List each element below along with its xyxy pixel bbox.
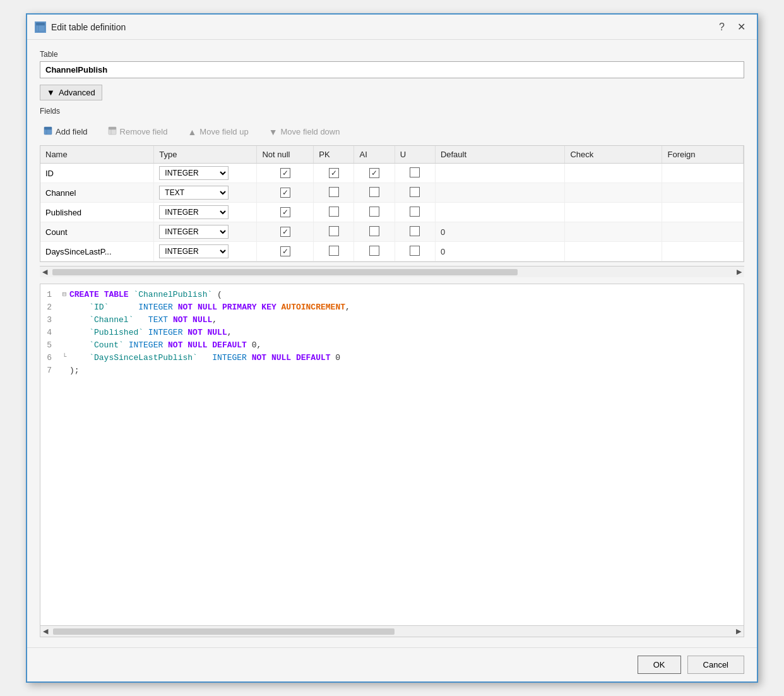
checkbox[interactable] <box>369 246 379 256</box>
field-notnull-cell[interactable] <box>257 164 314 183</box>
field-ai-cell[interactable] <box>354 164 395 183</box>
scroll-left-icon[interactable]: ◀ <box>40 268 50 276</box>
field-ai-cell[interactable] <box>354 242 395 261</box>
dialog-content: Table ▼ Advanced Fields <box>27 40 757 647</box>
checkbox[interactable] <box>329 207 339 217</box>
svg-rect-1 <box>36 23 45 25</box>
field-type-cell[interactable]: INTEGERTEXTREALBLOBNUMERIC <box>154 203 257 222</box>
field-pk-cell[interactable] <box>314 183 354 203</box>
scroll-right-icon[interactable]: ▶ <box>734 268 744 276</box>
checkbox[interactable] <box>410 207 420 217</box>
code-scroll-left-icon[interactable]: ◀ <box>40 627 50 635</box>
field-pk-cell[interactable] <box>314 222 354 242</box>
table-name-input[interactable] <box>40 61 744 78</box>
table-row[interactable]: PublishedINTEGERTEXTREALBLOBNUMERIC <box>40 203 744 222</box>
fold-icon[interactable]: └ <box>59 353 69 361</box>
type-select[interactable]: INTEGERTEXTREALBLOBNUMERIC <box>159 166 229 180</box>
code-line: 5 `Count` INTEGER NOT NULL DEFAULT 0, <box>40 340 744 352</box>
move-field-down-button[interactable]: ▼ Move field down <box>265 125 344 139</box>
help-button[interactable]: ? <box>715 20 728 34</box>
field-type-cell[interactable]: INTEGERTEXTREALBLOBNUMERIC <box>154 183 257 203</box>
table-section: Table <box>40 50 744 78</box>
line-number: 5 <box>40 340 59 350</box>
type-select[interactable]: INTEGERTEXTREALBLOBNUMERIC <box>159 186 229 200</box>
table-row[interactable]: IDINTEGERTEXTREALBLOBNUMERIC <box>40 164 744 183</box>
col-u: U <box>395 146 435 164</box>
type-select[interactable]: INTEGERTEXTREALBLOBNUMERIC <box>159 244 229 258</box>
field-pk-cell[interactable] <box>314 203 354 222</box>
field-name-cell: Channel <box>40 183 154 203</box>
type-select[interactable]: INTEGERTEXTREALBLOBNUMERIC <box>159 225 229 239</box>
checkbox[interactable] <box>280 246 290 256</box>
field-foreign-cell <box>662 222 744 242</box>
checkbox[interactable] <box>280 168 290 178</box>
checkbox[interactable] <box>280 227 290 237</box>
field-u-cell[interactable] <box>395 164 435 183</box>
field-notnull-cell[interactable] <box>257 242 314 261</box>
checkbox[interactable] <box>329 246 339 256</box>
checkbox[interactable] <box>369 226 379 236</box>
checkbox[interactable] <box>280 207 290 217</box>
field-u-cell[interactable] <box>395 203 435 222</box>
field-ai-cell[interactable] <box>354 222 395 242</box>
col-type: Type <box>154 146 257 164</box>
field-pk-cell[interactable] <box>314 242 354 261</box>
move-field-up-button[interactable]: ▲ Move field up <box>184 125 252 139</box>
checkbox[interactable] <box>369 207 379 217</box>
col-default: Default <box>435 146 564 164</box>
remove-field-button[interactable]: Remove field <box>104 124 172 139</box>
type-select[interactable]: INTEGERTEXTREALBLOBNUMERIC <box>159 205 229 219</box>
checkbox[interactable] <box>410 187 420 197</box>
checkbox[interactable] <box>369 187 379 197</box>
field-notnull-cell[interactable] <box>257 222 314 242</box>
col-foreign: Foreign <box>662 146 744 164</box>
checkbox[interactable] <box>410 226 420 236</box>
fields-toolbar: Add field Remove field ▲ M <box>40 122 744 141</box>
checkbox[interactable] <box>329 226 339 236</box>
table-row[interactable]: CountINTEGERTEXTREALBLOBNUMERIC0 <box>40 222 744 242</box>
remove-icon <box>108 126 117 137</box>
title-bar: Edit table definition ? ✕ <box>27 15 757 40</box>
checkbox[interactable] <box>329 168 339 178</box>
field-notnull-cell[interactable] <box>257 183 314 203</box>
code-content: CREATE TABLE `ChannelPublish` ( <box>69 290 744 299</box>
checkbox[interactable] <box>329 187 339 197</box>
field-ai-cell[interactable] <box>354 183 395 203</box>
fields-section: Fields Add field <box>40 107 744 277</box>
fold-icon[interactable]: ⊟ <box>59 290 69 298</box>
field-u-cell[interactable] <box>395 222 435 242</box>
col-not-null: Not null <box>257 146 314 164</box>
add-field-button[interactable]: Add field <box>40 124 92 139</box>
field-ai-cell[interactable] <box>354 203 395 222</box>
field-foreign-cell <box>662 203 744 222</box>
close-button[interactable]: ✕ <box>734 20 749 34</box>
table-row[interactable]: ChannelINTEGERTEXTREALBLOBNUMERIC <box>40 183 744 203</box>
field-check-cell <box>565 222 662 242</box>
field-foreign-cell <box>662 242 744 261</box>
field-type-cell[interactable]: INTEGERTEXTREALBLOBNUMERIC <box>154 222 257 242</box>
checkbox[interactable] <box>410 246 420 256</box>
field-pk-cell[interactable] <box>314 164 354 183</box>
advanced-section: ▼ Advanced <box>40 85 744 100</box>
checkbox[interactable] <box>369 168 379 178</box>
checkbox[interactable] <box>410 167 420 177</box>
field-default-cell <box>435 164 564 183</box>
sql-code-section: 1⊟CREATE TABLE `ChannelPublish` (2 `ID` … <box>40 284 744 637</box>
cancel-button[interactable]: Cancel <box>687 656 744 674</box>
ok-button[interactable]: OK <box>638 656 681 674</box>
field-type-cell[interactable]: INTEGERTEXTREALBLOBNUMERIC <box>154 164 257 183</box>
col-pk: PK <box>314 146 354 164</box>
table-scrollbar[interactable]: ◀ ▶ <box>40 266 744 277</box>
field-name-cell: ID <box>40 164 154 183</box>
advanced-button[interactable]: ▼ Advanced <box>40 85 102 100</box>
code-scrollbar[interactable]: ◀ ▶ <box>40 625 744 637</box>
field-u-cell[interactable] <box>395 183 435 203</box>
field-foreign-cell <box>662 183 744 203</box>
checkbox[interactable] <box>280 188 290 198</box>
field-notnull-cell[interactable] <box>257 203 314 222</box>
table-row[interactable]: DaysSinceLastP...INTEGERTEXTREALBLOBNUME… <box>40 242 744 261</box>
line-number: 7 <box>40 366 59 375</box>
code-scroll-right-icon[interactable]: ▶ <box>734 627 744 635</box>
field-type-cell[interactable]: INTEGERTEXTREALBLOBNUMERIC <box>154 242 257 261</box>
field-u-cell[interactable] <box>395 242 435 261</box>
